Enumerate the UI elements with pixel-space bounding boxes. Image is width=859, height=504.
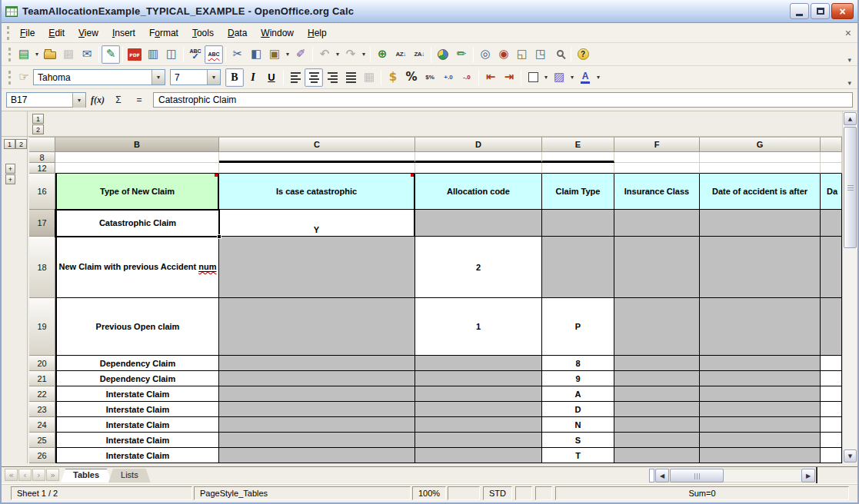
cell[interactable] bbox=[700, 448, 821, 463]
cell-b26[interactable]: Interstate Claim bbox=[55, 448, 219, 463]
navigator-button[interactable]: ◉ bbox=[494, 45, 513, 64]
cell[interactable] bbox=[415, 417, 542, 433]
menu-view[interactable]: View bbox=[72, 25, 105, 41]
cell-b24[interactable]: Interstate Claim bbox=[55, 417, 219, 433]
cell[interactable] bbox=[55, 163, 219, 174]
cell-e16[interactable]: Claim Type bbox=[542, 174, 614, 210]
open-button[interactable] bbox=[41, 45, 59, 64]
name-box[interactable]: B17 ▾ bbox=[6, 92, 86, 108]
equals-button[interactable]: = bbox=[130, 91, 148, 108]
row-header-26[interactable]: 26 bbox=[29, 448, 55, 463]
sort-descending-button[interactable]: ZA↓ bbox=[410, 45, 428, 64]
cell[interactable] bbox=[415, 448, 542, 463]
cell[interactable] bbox=[219, 433, 415, 448]
column-header-f[interactable]: F bbox=[614, 137, 700, 152]
last-sheet-icon[interactable]: » bbox=[46, 469, 59, 481]
print-button[interactable]: ▥ bbox=[144, 45, 162, 64]
row-header-19[interactable]: 19 bbox=[29, 298, 55, 356]
cell[interactable] bbox=[614, 417, 700, 433]
delete-decimal-button[interactable]: -.0 bbox=[458, 68, 476, 87]
column-outline-level-1-button[interactable]: 1 bbox=[32, 114, 44, 124]
cell-b25[interactable]: Interstate Claim bbox=[55, 433, 219, 448]
fill-handle[interactable] bbox=[217, 234, 221, 239]
cell[interactable] bbox=[614, 433, 700, 448]
toolbar-options-icon[interactable]: ▾ bbox=[847, 79, 851, 88]
copy-button[interactable]: ◧ bbox=[247, 45, 265, 64]
cell[interactable] bbox=[415, 210, 542, 237]
cell[interactable] bbox=[415, 356, 542, 371]
data-sources-button[interactable]: ◳ bbox=[531, 45, 550, 64]
menu-window[interactable]: Window bbox=[254, 25, 301, 41]
row-header-16[interactable]: 16 bbox=[29, 174, 55, 210]
status-page-style[interactable]: PageStyle_Tables bbox=[194, 486, 411, 500]
menubar-grip[interactable] bbox=[7, 26, 9, 40]
vertical-scrollbar[interactable]: ▲ ▼ bbox=[842, 111, 857, 463]
scroll-right-icon[interactable]: ▶ bbox=[801, 469, 815, 482]
redo-button[interactable]: ↷ bbox=[341, 45, 360, 64]
scroll-up-icon[interactable]: ▲ bbox=[844, 112, 857, 125]
close-button[interactable]: × bbox=[831, 3, 854, 19]
background-color-button[interactable]: ▨ bbox=[550, 68, 568, 87]
cell[interactable] bbox=[219, 356, 415, 371]
cell-e20[interactable]: 8 bbox=[542, 356, 614, 371]
cell[interactable] bbox=[219, 163, 415, 174]
cell[interactable] bbox=[415, 371, 542, 386]
undo-button[interactable]: ↶ bbox=[315, 45, 334, 64]
cell[interactable] bbox=[415, 152, 542, 163]
cell-e19[interactable]: P bbox=[542, 298, 614, 356]
new-dropdown-icon[interactable]: ▾ bbox=[33, 51, 41, 58]
row-header-24[interactable]: 24 bbox=[29, 417, 55, 433]
cell-e24[interactable]: N bbox=[542, 417, 614, 433]
add-decimal-button[interactable]: +.0 bbox=[439, 68, 458, 87]
column-header-e[interactable]: E bbox=[542, 137, 614, 152]
underline-button[interactable]: U bbox=[262, 68, 281, 87]
bold-button[interactable]: B bbox=[225, 68, 244, 87]
save-button[interactable]: ▦ bbox=[59, 45, 78, 64]
status-zoom-level[interactable]: 100% bbox=[412, 486, 446, 500]
expand-group-button[interactable]: + bbox=[5, 164, 15, 174]
find-replace-button[interactable]: ◎ bbox=[476, 45, 494, 64]
cell-d18[interactable]: 2 bbox=[415, 237, 542, 298]
cell[interactable] bbox=[700, 417, 821, 433]
cell[interactable] bbox=[219, 417, 415, 433]
cell[interactable] bbox=[821, 210, 842, 237]
scrollbar-split-handle[interactable] bbox=[649, 469, 654, 482]
borders-button[interactable] bbox=[524, 68, 542, 87]
font-name-dropdown-icon[interactable]: ▾ bbox=[151, 70, 165, 85]
format-paintbrush-button[interactable]: ✐ bbox=[291, 45, 310, 64]
row-header-25[interactable]: 25 bbox=[29, 433, 55, 448]
column-header-d[interactable]: D bbox=[415, 137, 542, 152]
cell[interactable] bbox=[614, 163, 700, 174]
row-header-22[interactable]: 22 bbox=[29, 386, 55, 402]
next-sheet-icon[interactable]: › bbox=[32, 469, 45, 481]
cell[interactable] bbox=[700, 433, 821, 448]
menu-help[interactable]: Help bbox=[301, 25, 334, 41]
formula-input[interactable]: Catastrophic Claim bbox=[153, 92, 853, 108]
cell[interactable] bbox=[821, 356, 842, 371]
cell[interactable] bbox=[614, 298, 700, 356]
page-preview-button[interactable]: ◫ bbox=[162, 45, 181, 64]
sheet-tab-tables[interactable]: Tables bbox=[61, 469, 112, 482]
minimize-button[interactable] bbox=[790, 3, 809, 19]
cell[interactable] bbox=[219, 371, 415, 386]
font-name-combo[interactable]: Tahoma ▾ bbox=[33, 69, 165, 85]
cell[interactable] bbox=[614, 402, 700, 417]
cell[interactable] bbox=[614, 356, 700, 371]
cell[interactable] bbox=[821, 163, 842, 174]
cell[interactable] bbox=[542, 152, 614, 163]
scroll-down-icon[interactable]: ▼ bbox=[844, 449, 857, 463]
insert-chart-button[interactable] bbox=[434, 45, 452, 64]
toolbar-options-icon[interactable]: ▾ bbox=[847, 56, 851, 65]
cell[interactable] bbox=[700, 298, 821, 356]
cell[interactable] bbox=[219, 402, 415, 417]
gallery-button[interactable]: ◱ bbox=[513, 45, 531, 64]
paste-button[interactable]: ▣ bbox=[265, 45, 284, 64]
align-center-button[interactable] bbox=[305, 68, 323, 87]
select-all-corner[interactable] bbox=[29, 137, 55, 152]
spellcheck-button[interactable]: ABC✓ bbox=[186, 45, 205, 64]
background-color-dropdown-icon[interactable]: ▾ bbox=[568, 74, 576, 81]
cell[interactable] bbox=[821, 386, 842, 402]
cell-e21[interactable]: 9 bbox=[542, 371, 614, 386]
cell[interactable] bbox=[542, 163, 614, 174]
row-header-23[interactable]: 23 bbox=[29, 402, 55, 417]
